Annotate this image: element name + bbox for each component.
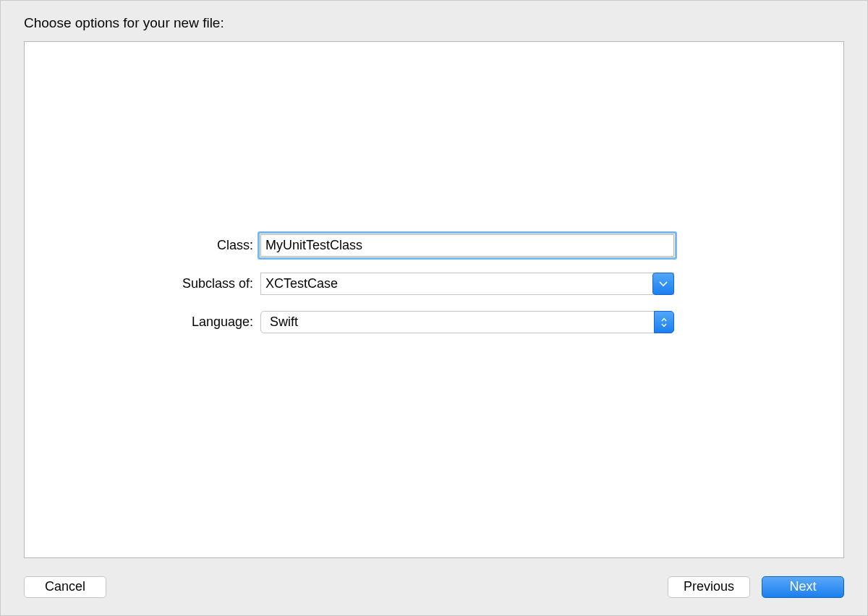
subclass-row: Subclass of: XCTestCase xyxy=(25,273,843,295)
select-arrows-icon[interactable] xyxy=(654,311,674,333)
language-label: Language: xyxy=(25,315,260,330)
subclass-value: XCTestCase xyxy=(261,276,338,291)
language-row: Language: Swift xyxy=(25,311,843,333)
dialog-title: Choose options for your new file: xyxy=(24,15,224,31)
chevron-down-icon[interactable] xyxy=(652,273,674,295)
cancel-button[interactable]: Cancel xyxy=(24,576,106,598)
class-name-input[interactable] xyxy=(260,234,674,257)
class-row: Class: xyxy=(25,234,843,257)
previous-button[interactable]: Previous xyxy=(668,576,750,598)
language-value: Swift xyxy=(261,315,298,330)
class-label: Class: xyxy=(25,238,260,253)
language-select[interactable]: Swift xyxy=(260,311,674,333)
form-area: Class: Subclass of: XCTestCase xyxy=(25,234,843,349)
options-panel: Class: Subclass of: XCTestCase xyxy=(24,41,844,558)
subclass-combobox[interactable]: XCTestCase xyxy=(260,273,674,295)
new-file-options-dialog: Choose options for your new file: Class:… xyxy=(0,0,868,616)
subclass-label: Subclass of: xyxy=(25,276,260,291)
next-button[interactable]: Next xyxy=(762,576,844,598)
dialog-footer: Cancel Previous Next xyxy=(1,558,867,615)
